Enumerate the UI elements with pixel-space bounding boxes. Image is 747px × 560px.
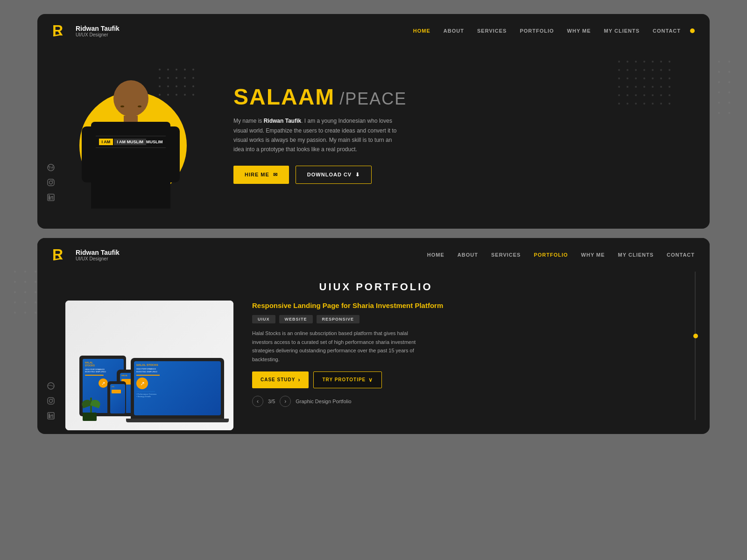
hero-image-area: I AM I AM MUSLIM MUSLIM bbox=[65, 59, 196, 209]
nav-services[interactable]: SERVICES bbox=[477, 28, 507, 34]
nav-indicator-dot bbox=[690, 28, 695, 33]
svg-rect-8 bbox=[49, 196, 50, 200]
bg-dot bbox=[718, 71, 720, 73]
nav-contact[interactable]: CONTACT bbox=[653, 28, 681, 34]
nav2-contact[interactable]: CONTACT bbox=[667, 252, 695, 258]
person-neck bbox=[124, 116, 138, 122]
pagination-counter: 3/5 bbox=[268, 399, 275, 404]
instagram-icon[interactable] bbox=[47, 178, 55, 187]
homepage-card: R Ridwan Taufik UI/UX Designer HOME ABOU… bbox=[37, 14, 710, 229]
nav-my-clients[interactable]: MY CLIENTS bbox=[604, 28, 640, 34]
mockup-phone-small: HS bbox=[107, 381, 126, 416]
svg-rect-14 bbox=[48, 398, 54, 404]
try-prototype-button[interactable]: TRY PROTOTIPE ∨ bbox=[313, 371, 382, 388]
bg-dot bbox=[728, 81, 730, 83]
nav-portfolio[interactable]: PORTFOLIO bbox=[520, 28, 554, 34]
chevron-right-icon: › bbox=[298, 377, 300, 383]
hero-title: SALAAM /PEACE bbox=[233, 84, 672, 110]
portfolio-content: HALALSTOCKS HIGH PERFORMANCEINVESTING SI… bbox=[65, 301, 686, 430]
portfolio-section-title: UIUX PORTFOLIO bbox=[65, 272, 686, 301]
svg-point-9 bbox=[49, 195, 50, 196]
project-title: Responsive Landing Page for Sharia Inves… bbox=[252, 301, 686, 310]
bg-dot bbox=[718, 102, 720, 104]
bg-dot bbox=[718, 61, 720, 63]
nav-why-me[interactable]: WHY ME bbox=[567, 28, 591, 34]
logo-2[interactable]: R Ridwan Taufik UI/UX Designer bbox=[52, 245, 120, 264]
nav2-home[interactable]: HOME bbox=[427, 252, 444, 258]
svg-point-5 bbox=[49, 181, 53, 184]
portfolio-card: R Ridwan Taufik UI/UX Designer HOME ABOU… bbox=[37, 238, 710, 434]
left-arm bbox=[82, 126, 96, 182]
right-arm bbox=[166, 126, 180, 182]
navbar: R Ridwan Taufik UI/UX Designer HOME ABOU… bbox=[37, 14, 710, 48]
linkedin-icon-2[interactable] bbox=[47, 412, 55, 420]
bg-dot bbox=[718, 81, 720, 83]
download-icon: ⬇ bbox=[355, 172, 360, 178]
instagram-icon-2[interactable] bbox=[47, 397, 55, 405]
portfolio-mockup: HALALSTOCKS HIGH PERFORMANCEINVESTING SI… bbox=[65, 301, 233, 430]
logo-text: Ridwan Taufik UI/UX Designer bbox=[76, 25, 120, 37]
nav-links: HOME ABOUT SERVICES PORTFOLIO WHY ME MY … bbox=[413, 28, 681, 34]
face bbox=[120, 105, 141, 107]
portfolio-detail: Responsive Landing Page for Sharia Inves… bbox=[252, 301, 686, 430]
nav2-why-me[interactable]: WHY ME bbox=[581, 252, 605, 258]
bg-dot bbox=[728, 112, 730, 114]
logo[interactable]: R Ridwan Taufik UI/UX Designer bbox=[52, 21, 120, 40]
svg-point-15 bbox=[49, 399, 53, 403]
hero-section: I AM I AM MUSLIM MUSLIM SALAAM /PEACE bbox=[37, 48, 710, 220]
svg-point-6 bbox=[52, 180, 53, 181]
dribbble-icon[interactable] bbox=[47, 163, 55, 172]
linkedin-icon[interactable] bbox=[47, 193, 55, 202]
bg-dot bbox=[728, 91, 730, 93]
navbar-2: R Ridwan Taufik UI/UX Designer HOME ABOU… bbox=[37, 238, 710, 272]
logo-text-2: Ridwan Taufik UI/UX Designer bbox=[76, 249, 120, 261]
dribbble-icon-2[interactable] bbox=[47, 382, 55, 390]
tag-uiux: UIUX bbox=[252, 315, 275, 323]
shirt-label: I AM I AM MUSLIM MUSLIM bbox=[94, 136, 168, 148]
mockup-container: HALALSTOCKS HIGH PERFORMANCEINVESTING SI… bbox=[65, 301, 233, 430]
person: I AM I AM MUSLIM MUSLIM bbox=[84, 73, 177, 209]
nav2-my-clients[interactable]: MY CLIENTS bbox=[618, 252, 654, 258]
svg-point-19 bbox=[49, 413, 50, 415]
nav-about[interactable]: ABOUT bbox=[444, 28, 464, 34]
portfolio-section: UIUX PORTFOLIO HALALSTOCKS HIGH PERFORMA… bbox=[37, 272, 710, 430]
case-study-button[interactable]: CASE STUDY › bbox=[252, 371, 309, 388]
nav-home[interactable]: HOME bbox=[413, 28, 430, 34]
svg-rect-18 bbox=[49, 415, 50, 418]
svg-point-16 bbox=[52, 399, 53, 399]
pagination-prev[interactable]: ‹ bbox=[252, 396, 263, 407]
bg-dot bbox=[728, 71, 730, 73]
email-icon: ✉ bbox=[273, 172, 278, 178]
laptop-base bbox=[126, 419, 229, 422]
bg-dot bbox=[718, 112, 720, 114]
person-shirt: I AM I AM MUSLIM MUSLIM bbox=[91, 122, 170, 209]
tag-website: WEBSITE bbox=[279, 315, 313, 323]
bg-dot bbox=[728, 61, 730, 63]
mockup-laptop: HALAL STOCKS HIGH PERFORMANCEINVESTING S… bbox=[131, 358, 224, 419]
hero-buttons: HIRE ME ✉ DOWNLOAD CV ⬇ bbox=[233, 166, 672, 184]
social-icons-2 bbox=[47, 382, 55, 420]
portfolio-buttons: CASE STUDY › TRY PROTOTIPE ∨ bbox=[252, 371, 686, 388]
pagination-next[interactable]: › bbox=[280, 396, 291, 407]
nav-links-2: HOME ABOUT SERVICES PORTFOLIO WHY ME MY … bbox=[427, 252, 695, 258]
portfolio-description: Halal Stocks is an online subscription b… bbox=[252, 329, 430, 364]
nav2-portfolio[interactable]: PORTFOLIO bbox=[534, 252, 568, 258]
social-icons bbox=[47, 163, 55, 202]
hire-me-button[interactable]: HIRE ME ✉ bbox=[233, 166, 289, 184]
pagination-label: Graphic Design Portfolio bbox=[296, 399, 351, 404]
plant-decoration bbox=[84, 398, 98, 421]
nav2-about[interactable]: ABOUT bbox=[458, 252, 478, 258]
logo-icon: R bbox=[52, 21, 71, 40]
hero-person-container: I AM I AM MUSLIM MUSLIM bbox=[72, 69, 189, 209]
laptop-screen: HALAL STOCKS HIGH PERFORMANCEINVESTING S… bbox=[134, 361, 221, 415]
tag-responsive: RESPONSIVE bbox=[317, 315, 360, 323]
pagination: ‹ 3/5 › Graphic Design Portfolio bbox=[252, 396, 686, 407]
small-phone-screen: HS bbox=[110, 384, 125, 413]
nav2-services[interactable]: SERVICES bbox=[491, 252, 521, 258]
hero-description: My name is Ridwan Taufik. I am a young I… bbox=[233, 116, 402, 154]
person-head bbox=[113, 80, 148, 117]
right-decoration-line bbox=[695, 266, 696, 420]
download-cv-button[interactable]: DOWNLOAD CV ⬇ bbox=[296, 166, 372, 184]
right-line-dot bbox=[693, 334, 698, 338]
chevron-down-icon: ∨ bbox=[368, 377, 373, 383]
